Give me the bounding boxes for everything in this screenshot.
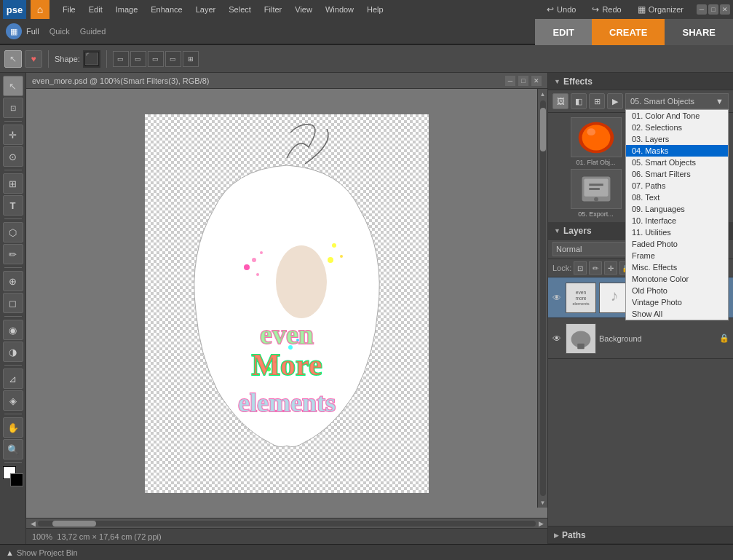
menu-file[interactable]: File bbox=[57, 4, 82, 15]
crop-tool[interactable]: ⊞ bbox=[3, 173, 23, 194]
dropdown-item-11[interactable]: Faded Photo bbox=[626, 238, 728, 250]
hscroll-left[interactable]: ◀ bbox=[28, 520, 38, 527]
canvas-maximize[interactable]: □ bbox=[518, 76, 528, 86]
effects-header[interactable]: ▼ Effects bbox=[548, 73, 733, 90]
effects-photo-btn[interactable]: 🖼 bbox=[552, 93, 568, 109]
background-color[interactable] bbox=[10, 473, 23, 486]
tab-share[interactable]: SHARE bbox=[665, 19, 733, 45]
lock-move[interactable]: ✛ bbox=[604, 261, 617, 275]
tab-create[interactable]: CREATE bbox=[592, 19, 665, 45]
close-button[interactable]: ✕ bbox=[720, 4, 730, 15]
dropdown-item-14[interactable]: Monotone Color bbox=[626, 273, 728, 285]
type-tool[interactable]: T bbox=[3, 195, 23, 216]
menu-image[interactable]: Image bbox=[110, 4, 144, 15]
vscroll-thumb[interactable] bbox=[540, 108, 546, 151]
vscroll-down[interactable]: ▼ bbox=[538, 497, 548, 508]
bucket-tool[interactable]: ◈ bbox=[3, 390, 23, 411]
dodge-tool[interactable]: ◑ bbox=[3, 342, 23, 362]
dropdown-item-15[interactable]: Old Photo bbox=[626, 285, 728, 296]
dropdown-item-8[interactable]: 09. Languages bbox=[626, 203, 728, 215]
dropdown-item-0[interactable]: 01. Color And Tone bbox=[626, 110, 728, 122]
dropdown-item-1[interactable]: 02. Selections bbox=[626, 122, 728, 133]
shape-opt-3[interactable]: ▭ bbox=[148, 51, 164, 67]
menu-window[interactable]: Window bbox=[320, 4, 360, 15]
horizontal-scrollbar[interactable]: ◀ ▶ bbox=[26, 518, 547, 528]
shape-opt-2[interactable]: ▭ bbox=[130, 51, 146, 67]
dropdown-item-17[interactable]: Show All bbox=[626, 308, 728, 320]
app-icon: pse bbox=[3, 0, 26, 19]
layer-row-background[interactable]: 👁 Background 🔒 bbox=[548, 318, 733, 359]
menu-layer[interactable]: Layer bbox=[190, 4, 222, 15]
select-tool-button[interactable]: ↖ bbox=[4, 50, 22, 68]
dropdown-item-13[interactable]: Misc. Effects bbox=[626, 261, 728, 273]
paths-header[interactable]: ▶ Paths bbox=[548, 527, 733, 544]
eyedropper-tool[interactable]: ⊿ bbox=[3, 368, 23, 389]
layer-thumb-1 bbox=[566, 323, 596, 354]
lock-paint[interactable]: ✏ bbox=[589, 261, 602, 275]
menu-view[interactable]: View bbox=[289, 4, 318, 15]
effects-filter-btn[interactable]: ⊞ bbox=[589, 93, 605, 109]
shape-tool[interactable]: ⬡ bbox=[3, 222, 23, 242]
effects-dropdown-arrow: ▼ bbox=[716, 97, 724, 106]
vertical-scrollbar[interactable]: ▲ ▼ bbox=[537, 89, 547, 508]
redo-button[interactable]: ↪ Redo bbox=[586, 3, 627, 16]
selection-tool[interactable]: ⊡ bbox=[3, 98, 23, 118]
dropdown-item-7[interactable]: 08. Text bbox=[626, 192, 728, 203]
view-quick-button[interactable]: Quick bbox=[49, 27, 70, 36]
canvas-close[interactable]: ✕ bbox=[531, 76, 542, 86]
layer-visibility-0[interactable]: 👁 bbox=[551, 292, 563, 304]
organizer-button[interactable]: ▦ Organizer bbox=[632, 3, 689, 16]
blur-tool[interactable]: ◉ bbox=[3, 320, 23, 340]
arrow-tool[interactable]: ↖ bbox=[3, 76, 23, 96]
dropdown-item-5[interactable]: 06. Smart Filters bbox=[626, 168, 728, 180]
dropdown-item-10[interactable]: 11. Utilities bbox=[626, 226, 728, 238]
canvas-scroll-area[interactable]: ▲ ▼ bbox=[26, 89, 547, 518]
dropdown-item-2[interactable]: 03. Layers bbox=[626, 133, 728, 145]
move-tool[interactable]: ✛ bbox=[3, 125, 23, 145]
dropdown-item-9[interactable]: 10. Interface bbox=[626, 215, 728, 226]
shape-preview[interactable]: ⬛ bbox=[83, 50, 100, 68]
dropdown-item-3[interactable]: 04. Masks bbox=[626, 145, 728, 157]
view-guided-button[interactable]: Guided bbox=[80, 27, 106, 36]
dropdown-item-6[interactable]: 07. Paths bbox=[626, 180, 728, 192]
svg-point-2 bbox=[244, 264, 250, 270]
menu-select[interactable]: Select bbox=[223, 4, 257, 15]
shape-opt-1[interactable]: ▭ bbox=[113, 51, 129, 67]
zoom-tool[interactable]: 🔍 bbox=[3, 439, 23, 460]
effects-actions-btn[interactable]: ▶ bbox=[607, 93, 623, 109]
dropdown-item-16[interactable]: Vintage Photo bbox=[626, 296, 728, 308]
lock-checker[interactable]: ⊡ bbox=[574, 261, 587, 275]
menu-filter[interactable]: Filter bbox=[258, 4, 288, 15]
effects-layer-btn[interactable]: ◧ bbox=[571, 93, 587, 109]
show-project-button[interactable]: ▲ Show Project Bin bbox=[6, 548, 78, 557]
effect-img-2 bbox=[571, 169, 622, 209]
maximize-button[interactable]: □ bbox=[708, 4, 718, 15]
eraser-tool[interactable]: ◻ bbox=[3, 293, 23, 313]
tab-edit[interactable]: EDIT bbox=[535, 19, 592, 45]
undo-button[interactable]: ↩ Undo bbox=[541, 3, 582, 16]
toolbar: ↖ ♥ Shape: ⬛ ▭ ▭ ▭ ▭ ⊞ bbox=[0, 45, 733, 73]
minimize-button[interactable]: ─ bbox=[697, 4, 707, 15]
shape-opt-5[interactable]: ⊞ bbox=[183, 51, 199, 67]
heart-tool-button[interactable]: ♥ bbox=[25, 50, 42, 68]
hand-tool[interactable]: ✋ bbox=[3, 417, 23, 438]
color-boxes[interactable] bbox=[3, 466, 23, 486]
menu-enhance[interactable]: Enhance bbox=[145, 4, 188, 15]
canvas-minimize[interactable]: ─ bbox=[505, 76, 515, 86]
clone-tool[interactable]: ⊕ bbox=[3, 271, 23, 291]
lasso-tool[interactable]: ⊙ bbox=[3, 146, 23, 167]
dropdown-item-4[interactable]: 05. Smart Objects bbox=[626, 157, 728, 168]
effects-dropdown[interactable]: 05. Smart Objects ▼ bbox=[625, 93, 729, 109]
menu-edit[interactable]: Edit bbox=[83, 4, 108, 15]
menu-help[interactable]: Help bbox=[361, 4, 389, 15]
layer-visibility-1[interactable]: 👁 bbox=[551, 333, 563, 344]
hscroll-thumb[interactable] bbox=[52, 521, 96, 527]
paths-arrow: ▶ bbox=[554, 532, 559, 539]
view-full-button[interactable]: Full bbox=[26, 27, 39, 36]
shape-opt-4[interactable]: ▭ bbox=[165, 51, 181, 67]
dropdown-item-12[interactable]: Frame bbox=[626, 250, 728, 261]
home-icon[interactable]: ⌂ bbox=[31, 0, 49, 19]
hscroll-right[interactable]: ▶ bbox=[536, 520, 546, 527]
vscroll-up[interactable]: ▲ bbox=[538, 89, 548, 99]
paint-tool[interactable]: ✏ bbox=[3, 244, 23, 264]
